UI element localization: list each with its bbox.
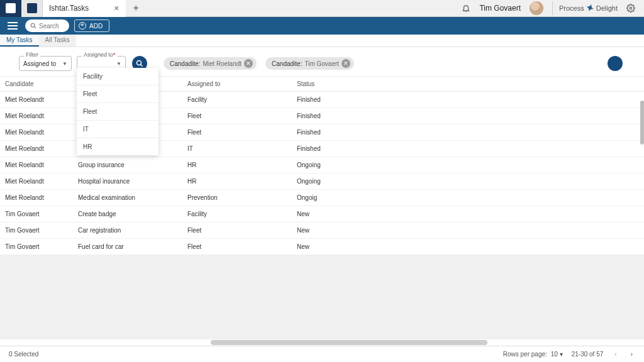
cell-task: Medical examination [78, 194, 187, 201]
chevron-down-icon: ▼ [116, 61, 121, 67]
cell-candidate: Miet Roelandt [5, 112, 78, 119]
cell-candidate: Miet Roelandt [5, 194, 78, 201]
svg-line-2 [34, 26, 36, 28]
col-assigned[interactable]: Assigned to [187, 80, 297, 87]
assigned-label: Assigned to* [82, 52, 118, 58]
cell-status: Ongoing [297, 162, 423, 168]
main-toolbar: ADD [0, 17, 644, 35]
cell-assigned: Prevention [187, 194, 297, 201]
cell-candidate: Miet Roelandt [5, 162, 78, 168]
assigned-dropdown[interactable]: Facility Fleet Fleet IT HR [77, 68, 158, 155]
cell-candidate: Miet Roelandt [5, 178, 78, 185]
cell-assigned: IT [187, 145, 297, 152]
col-candidate[interactable]: Candidate [5, 80, 78, 87]
cell-assigned: Fleet [187, 112, 297, 119]
cell-task: Fuel card for car [78, 243, 187, 250]
cell-candidate: Tim Govaert [5, 243, 78, 250]
add-button[interactable]: ADD [74, 19, 109, 32]
app-icon-dark [0, 0, 21, 17]
table-row[interactable]: Tim GovaertCar registrationFleetNew [0, 222, 644, 239]
cell-status: New [297, 211, 423, 217]
cell-assigned: Fleet [187, 243, 297, 250]
prev-page-button[interactable]: ‹ [612, 351, 619, 358]
cell-status: New [297, 227, 423, 234]
browser-tabbar: Ishtar.Tasks × + Tim Govaert Process ✦ D… [0, 0, 644, 17]
close-icon[interactable]: × [114, 3, 119, 13]
dropdown-option[interactable]: Fleet [77, 85, 158, 103]
menu-icon[interactable] [5, 20, 20, 31]
svg-point-3 [137, 61, 142, 65]
page-range: 21-30 of 57 [572, 351, 604, 358]
search-input[interactable] [39, 23, 64, 30]
close-icon[interactable]: ✕ [244, 59, 253, 68]
col-status[interactable]: Status [297, 80, 423, 87]
browser-tab[interactable]: Ishtar.Tasks × [43, 0, 126, 17]
filter-chip[interactable]: Candadite: Tim Govaert ✕ [265, 57, 354, 70]
cell-task: Group insurance [78, 162, 187, 168]
table-footer: 0 Selected Rows per page: 10 ▾ 21-30 of … [0, 346, 644, 362]
cell-candidate: Miet Roelandt [5, 145, 78, 152]
cell-assigned: HR [187, 178, 297, 185]
cell-assigned: Fleet [187, 129, 297, 136]
filter-chip[interactable]: Candadite: Miet Roelandt ✕ [164, 57, 257, 70]
cell-candidate: Miet Roelandt [5, 129, 78, 136]
tab-all-tasks[interactable]: All Tasks [39, 35, 76, 47]
dropdown-option[interactable]: IT [77, 121, 158, 138]
close-icon[interactable]: ✕ [341, 59, 350, 68]
cell-status: New [297, 243, 423, 250]
app-icon-light [21, 0, 43, 17]
floating-action-button[interactable] [608, 56, 623, 71]
cell-candidate: Tim Govaert [5, 211, 78, 217]
cell-status: Finished [297, 96, 423, 103]
svg-line-4 [141, 65, 143, 67]
table-row[interactable]: Miet RoelandtMedical examinationPreventi… [0, 190, 644, 206]
cell-status: Ongoig [297, 194, 423, 201]
tab-my-tasks[interactable]: My Tasks [0, 35, 39, 47]
plus-icon [79, 22, 86, 30]
cell-status: Ongoing [297, 178, 423, 185]
brand-logo: Process ✦ Delight [552, 1, 618, 15]
cell-assigned: Facility [187, 211, 297, 217]
horizontal-scrollbar[interactable] [0, 339, 644, 346]
filter-field: Filter Assigned to ▼ [19, 56, 72, 71]
table-row[interactable]: Miet RoelandtHospital insuranceHROngoing [0, 173, 644, 190]
cell-assigned: HR [187, 162, 297, 168]
dropdown-option[interactable]: Fleet [77, 103, 158, 121]
cell-candidate: Miet Roelandt [5, 96, 78, 103]
cell-task: Hospital insurance [78, 178, 187, 185]
cell-candidate: Tim Govaert [5, 227, 78, 234]
search-icon [136, 60, 143, 67]
search-input-wrap[interactable] [25, 19, 69, 32]
selection-count: 0 Selected [9, 351, 38, 358]
tab-title: Ishtar.Tasks [49, 4, 89, 13]
spark-icon: ✦ [583, 0, 597, 16]
rows-per-page-select[interactable]: 10 ▾ [551, 351, 563, 358]
cell-assigned: Facility [187, 96, 297, 103]
table-row[interactable]: Tim GovaertFuel card for carFleetNew [0, 239, 644, 255]
vertical-scrollbar[interactable] [640, 101, 644, 145]
new-tab-button[interactable]: + [126, 3, 147, 14]
bell-icon[interactable] [462, 4, 470, 13]
filter-select[interactable]: Assigned to ▼ [19, 56, 72, 71]
dropdown-option[interactable]: HR [77, 138, 158, 155]
subtab-bar: My Tasks All Tasks [0, 35, 644, 47]
dropdown-option[interactable]: Facility [77, 68, 158, 85]
table-row[interactable]: Miet RoelandtGroup insuranceHROngoing [0, 157, 644, 173]
svg-point-0 [630, 7, 632, 9]
gear-icon[interactable] [626, 4, 635, 13]
rows-per-page-label: Rows per page: [503, 351, 547, 358]
cell-task: Car registration [78, 227, 187, 234]
filter-label: Filter [24, 52, 40, 58]
cell-status: Finished [297, 129, 423, 136]
cell-assigned: Fleet [187, 227, 297, 234]
table-row[interactable]: Tim GovaertCreate badgeFacilityNew [0, 206, 644, 222]
user-name[interactable]: Tim Govaert [479, 4, 521, 13]
cell-status: Finished [297, 145, 423, 152]
avatar[interactable] [530, 1, 543, 15]
chevron-down-icon: ▼ [62, 61, 67, 67]
svg-point-1 [31, 23, 35, 27]
search-icon [30, 23, 36, 29]
cell-status: Finished [297, 112, 423, 119]
cell-task: Create badge [78, 211, 187, 217]
next-page-button[interactable]: › [628, 351, 635, 358]
